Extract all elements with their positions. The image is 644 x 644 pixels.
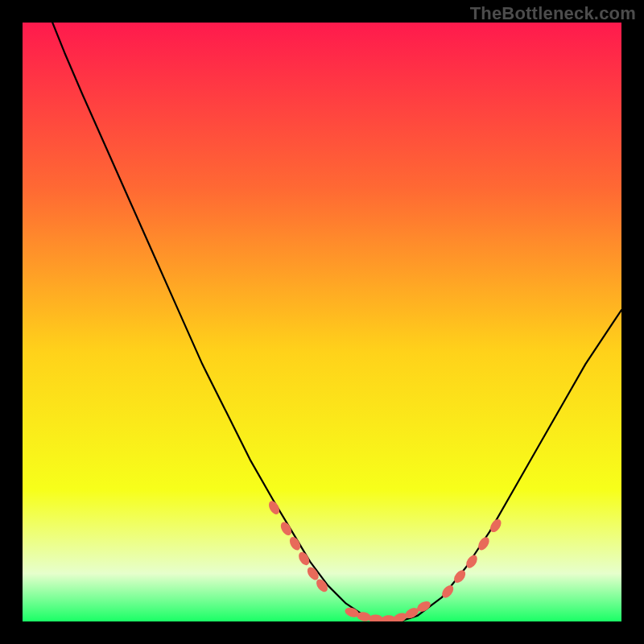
chart-frame: TheBottleneck.com xyxy=(0,0,644,644)
plot-area xyxy=(23,23,621,621)
plot-svg xyxy=(23,23,621,621)
watermark-text: TheBottleneck.com xyxy=(470,3,636,24)
gradient-bg xyxy=(23,23,621,621)
